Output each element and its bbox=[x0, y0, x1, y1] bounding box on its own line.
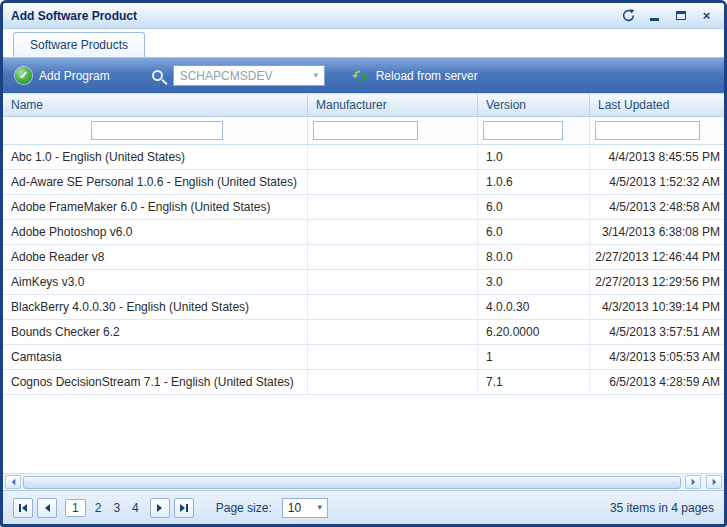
horizontal-scrollbar bbox=[3, 473, 724, 490]
page-size-label: Page size: bbox=[216, 501, 272, 515]
table-row[interactable]: Adobe FrameMaker 6.0 - English (United S… bbox=[3, 195, 724, 220]
cell-last-updated: 4/3/2013 10:39:14 PM bbox=[590, 295, 724, 319]
cell-name: Adobe Reader v8 bbox=[3, 245, 308, 269]
horizontal-scrollbar-thumb[interactable] bbox=[23, 476, 681, 489]
table-row[interactable]: Bounds Checker 6.26.20.00004/5/2013 3:57… bbox=[3, 320, 724, 345]
pager: 1234 Page size: 10 ▼ 35 items in 4 pages bbox=[3, 490, 724, 524]
cell-name: Ad-Aware SE Personal 1.0.6 - English (Un… bbox=[3, 170, 308, 194]
pager-next-button[interactable] bbox=[150, 498, 170, 518]
triangle-right-icon bbox=[710, 477, 719, 487]
cell-last-updated: 4/5/2013 3:57:51 AM bbox=[590, 320, 724, 344]
server-combobox-value: SCHAPCMSDEV bbox=[174, 69, 308, 83]
search-icon bbox=[152, 70, 163, 81]
cell-name: Bounds Checker 6.2 bbox=[3, 320, 308, 344]
cell-version: 6.0 bbox=[478, 195, 590, 219]
page-size-value: 10 bbox=[283, 501, 313, 515]
cell-last-updated: 4/5/2013 2:48:58 AM bbox=[590, 195, 724, 219]
cell-version: 8.0.0 bbox=[478, 245, 590, 269]
maximize-button[interactable] bbox=[671, 7, 690, 24]
table-row[interactable]: Cognos DecisionStream 7.1 - English (Uni… bbox=[3, 370, 724, 395]
filter-input-name[interactable] bbox=[91, 121, 223, 140]
dialog-window: Add Software Product × Software Products… bbox=[0, 0, 727, 527]
table-row[interactable]: Adobe Photoshop v6.06.03/14/2013 6:38:08… bbox=[3, 220, 724, 245]
cell-version: 6.20.0000 bbox=[478, 320, 590, 344]
table-row[interactable]: Adobe Reader v88.0.02/27/2013 12:46:44 P… bbox=[3, 245, 724, 270]
column-header-last-updated[interactable]: Last Updated bbox=[590, 94, 724, 116]
pager-prev-button[interactable] bbox=[37, 498, 57, 518]
cell-last-updated: 6/5/2013 4:28:59 AM bbox=[590, 370, 724, 394]
last-page-icon bbox=[179, 503, 189, 513]
cell-name: Adobe Photoshop v6.0 bbox=[3, 220, 308, 244]
filter-input-version[interactable] bbox=[483, 121, 563, 140]
page-size-combobox[interactable]: 10 ▼ bbox=[282, 498, 328, 518]
cell-name: Camtasia bbox=[3, 345, 308, 369]
cell-manufacturer bbox=[308, 220, 478, 244]
triangle-right-icon bbox=[689, 477, 698, 487]
cell-manufacturer bbox=[308, 320, 478, 344]
filter-input-last-updated[interactable] bbox=[595, 121, 700, 140]
page-button-2[interactable]: 2 bbox=[92, 499, 105, 517]
scroll-left-button[interactable] bbox=[5, 475, 21, 489]
add-program-label: Add Program bbox=[39, 69, 110, 83]
check-circle-icon: ✓ bbox=[15, 67, 32, 84]
filter-cell-last-updated bbox=[590, 117, 724, 144]
cell-manufacturer bbox=[308, 270, 478, 294]
minimize-button[interactable] bbox=[645, 7, 664, 24]
table-row[interactable]: Ad-Aware SE Personal 1.0.6 - English (Un… bbox=[3, 170, 724, 195]
cell-version: 1.0.6 bbox=[478, 170, 590, 194]
cell-name: Cognos DecisionStream 7.1 - English (Uni… bbox=[3, 370, 308, 394]
cell-last-updated: 4/4/2013 8:45:55 PM bbox=[590, 145, 724, 169]
table-row[interactable]: Abc 1.0 - English (United States)1.04/4/… bbox=[3, 145, 724, 170]
cell-last-updated: 4/5/2013 1:52:32 AM bbox=[590, 170, 724, 194]
table-row[interactable]: Camtasia14/3/2013 5:05:53 AM bbox=[3, 345, 724, 370]
close-button[interactable]: × bbox=[697, 7, 716, 24]
table-row[interactable]: BlackBerry 4.0.0.30 - English (United St… bbox=[3, 295, 724, 320]
titlebar[interactable]: Add Software Product × bbox=[3, 3, 724, 29]
chevron-down-icon[interactable]: ▼ bbox=[313, 503, 327, 512]
cell-version: 1 bbox=[478, 345, 590, 369]
prev-page-icon bbox=[42, 503, 52, 513]
cell-name: Abc 1.0 - English (United States) bbox=[3, 145, 308, 169]
page-button-4[interactable]: 4 bbox=[129, 499, 142, 517]
cell-manufacturer bbox=[308, 345, 478, 369]
cell-last-updated: 3/14/2013 6:38:08 PM bbox=[590, 220, 724, 244]
cell-manufacturer bbox=[308, 145, 478, 169]
cell-manufacturer bbox=[308, 370, 478, 394]
scroll-corner-button[interactable] bbox=[706, 475, 722, 489]
next-page-icon bbox=[155, 503, 165, 513]
filter-cell-manufacturer bbox=[308, 117, 478, 144]
sync-icon-glyph bbox=[622, 9, 635, 22]
cell-version: 6.0 bbox=[478, 220, 590, 244]
cell-last-updated: 2/27/2013 12:29:56 PM bbox=[590, 270, 724, 294]
minimize-icon bbox=[650, 18, 659, 21]
chevron-down-icon[interactable]: ▼ bbox=[308, 71, 324, 80]
tab-software-products[interactable]: Software Products bbox=[13, 32, 145, 57]
filter-row bbox=[3, 117, 724, 145]
column-header-name[interactable]: Name bbox=[3, 94, 308, 116]
column-header-manufacturer[interactable]: Manufacturer bbox=[308, 94, 478, 116]
add-program-button[interactable]: ✓ Add Program bbox=[15, 67, 110, 84]
pager-first-button[interactable] bbox=[13, 498, 33, 518]
maximize-icon bbox=[676, 11, 686, 20]
pager-pages: 1234 bbox=[65, 499, 142, 517]
cell-version: 1.0 bbox=[478, 145, 590, 169]
pager-status: 35 items in 4 pages bbox=[610, 501, 714, 515]
table-row[interactable]: AimKeys v3.03.02/27/2013 12:29:56 PM bbox=[3, 270, 724, 295]
scroll-right-button[interactable] bbox=[685, 475, 701, 489]
page-button-1[interactable]: 1 bbox=[65, 499, 86, 517]
cell-name: AimKeys v3.0 bbox=[3, 270, 308, 294]
filter-input-manufacturer[interactable] bbox=[313, 121, 418, 140]
window-title: Add Software Product bbox=[11, 9, 619, 23]
cell-version: 7.1 bbox=[478, 370, 590, 394]
reload-icon bbox=[351, 68, 369, 84]
tab-label: Software Products bbox=[30, 38, 128, 52]
cell-manufacturer bbox=[308, 295, 478, 319]
sync-icon[interactable] bbox=[619, 7, 638, 24]
page-button-3[interactable]: 3 bbox=[110, 499, 123, 517]
filter-cell-name bbox=[3, 117, 308, 144]
column-header-version[interactable]: Version bbox=[478, 94, 590, 116]
server-combobox[interactable]: SCHAPCMSDEV ▼ bbox=[173, 65, 325, 86]
reload-from-server-button[interactable]: Reload from server bbox=[351, 68, 478, 84]
pager-last-button[interactable] bbox=[174, 498, 194, 518]
reload-label: Reload from server bbox=[376, 69, 478, 83]
